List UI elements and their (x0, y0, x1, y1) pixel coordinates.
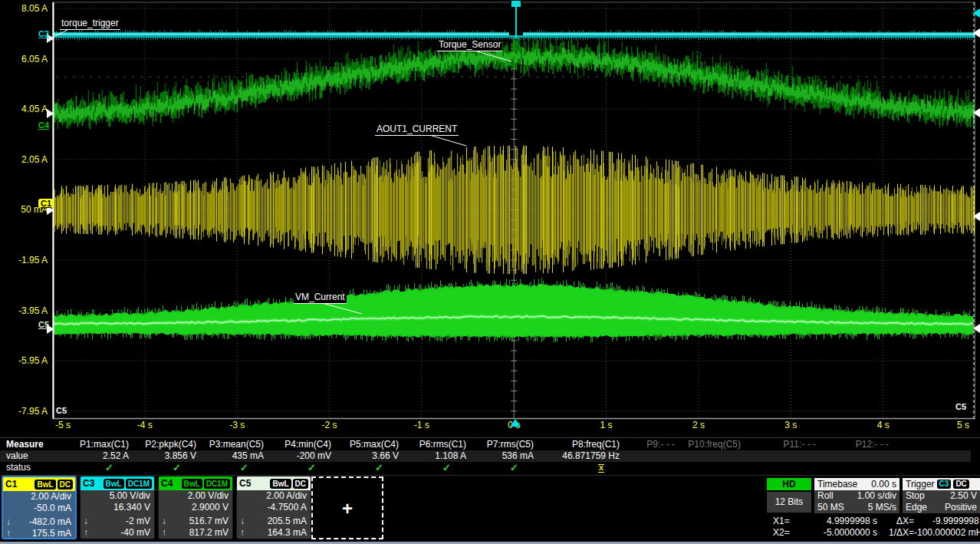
measure-param-label[interactable]: P1:max(C1) (67, 438, 135, 450)
measure-status: ✓ (337, 462, 405, 474)
channel-max: 817.2 mV (189, 527, 229, 538)
trigger-coupling-badge: DC (953, 480, 968, 489)
measure-param-label[interactable]: P6:rms(C1) (405, 438, 472, 450)
measure-param-label[interactable]: P2:pkpk(C4) (135, 438, 202, 450)
measure-column-p6[interactable]: P6:rms(C1)1.108 A✓ (405, 438, 472, 474)
channel-max-row: ↑-40 mV (81, 527, 154, 539)
channel-box-c1[interactable]: C1BwLDC2.00 A/div-50.0 mA↓-482.0 mA↑175.… (2, 476, 77, 539)
y-tick-label: 4.05 A (0, 104, 48, 114)
measure-column-p2[interactable]: P2:pkpk(C4)3.856 V✓ (135, 438, 202, 474)
bottom-bar: C1BwLDC2.00 A/div-50.0 mA↓-482.0 mA↑175.… (0, 475, 980, 542)
measure-value (626, 450, 681, 462)
measure-title: Measure (0, 438, 67, 450)
measure-column-p12[interactable]: P12:- - - (822, 438, 895, 474)
channel-min-row: ↓-2 mV (81, 516, 154, 527)
y-tick-label: -5.95 A (0, 355, 48, 366)
add-channel-box[interactable]: + (311, 476, 383, 539)
check-icon: ✓ (105, 462, 113, 473)
measure-param-label[interactable]: P11:- - - (747, 438, 822, 450)
measure-param-label[interactable]: P12:- - - (822, 438, 895, 450)
measure-value (747, 450, 822, 462)
measure-column-p8[interactable]: P8:freq(C1)46.871759 HzX (540, 438, 626, 474)
timebase-rate: 5 MS/s (868, 502, 896, 513)
channel-min: 516.7 mV (189, 516, 229, 526)
hd-mode-box[interactable]: HD 12 Bits (767, 478, 811, 513)
x-tick-label: -1 s (399, 420, 445, 430)
measure-column-p1[interactable]: P1:max(C1)2.52 A✓ (67, 438, 135, 474)
measure-value (822, 450, 895, 462)
measure-status-row-label: status (0, 462, 67, 474)
x-tick-label: -5 s (40, 420, 86, 430)
trigger-time-marker[interactable] (510, 419, 521, 427)
channel-box-c4[interactable]: C4BwLDC1M2.00 V/div2.9000 V↓516.7 mV↑817… (158, 476, 233, 539)
channel-min-row: ↓205.5 mA (237, 516, 311, 527)
channel-offset: -4.7500 A (237, 502, 311, 513)
measure-table: Measure value status P1:max(C1)2.52 A✓P2… (0, 437, 980, 475)
measure-status: X (540, 462, 626, 474)
channel-id: C3 (83, 478, 94, 489)
measure-column-p7[interactable]: P7:rms(C5)536 mA✓ (472, 438, 540, 474)
acquisition-cluster: HD 12 Bits Timebase 0.00 s Roll 1.00 s/d… (767, 476, 980, 542)
channel-scale: 2.00 A/div (237, 490, 311, 502)
x-tick-label: -2 s (307, 420, 353, 430)
channel-box-body: 5.00 V/div16.340 V↓-2 mV↑-40 mV (81, 490, 154, 539)
channel-box-header: C5BwLDC (237, 476, 311, 490)
measure-column-p9[interactable]: P9:- - - (626, 438, 681, 474)
measure-row-labels: Measure value status (0, 438, 67, 474)
hourglass-icon: X (598, 464, 604, 473)
channel-min: 205.5 mA (268, 516, 307, 526)
x1-value: 4.9999998 s (799, 516, 877, 527)
channel-box-c3[interactable]: C3BwLDC1M5.00 V/div16.340 V↓-2 mV↑-40 mV (80, 476, 155, 539)
measure-column-p5[interactable]: P5:max(C4)3.66 V✓ (337, 438, 405, 474)
arrow-down-icon: ↓ (162, 516, 166, 527)
trace-label-torque_trigger[interactable]: torque_trigger (60, 18, 120, 30)
channel-level-marker-c4[interactable]: C4 (38, 120, 49, 130)
channel-max: 175.5 mA (32, 528, 71, 539)
dx-label: ΔX= (877, 516, 914, 527)
trace-label-aout1_current[interactable]: AOUT1_CURRENT (375, 124, 459, 136)
channel-min-row: ↓-482.0 mA (3, 516, 75, 528)
measure-status (626, 462, 681, 474)
arrow-down-icon: ↓ (6, 516, 11, 528)
measure-param-label[interactable]: P7:rms(C5) (472, 438, 540, 450)
channel-level-marker-c3[interactable]: C3 (38, 29, 49, 38)
measure-param-label[interactable]: P4:min(C4) (270, 438, 337, 450)
measure-param-label[interactable]: P9:- - - (626, 438, 681, 450)
channel-box-header: C3BwLDC1M (81, 476, 154, 490)
channel-id: C5 (239, 478, 251, 489)
channel-badge-dc: DC (293, 479, 308, 489)
trace-label-torque_sensor[interactable]: Torque_Sensor (437, 40, 502, 51)
measure-param-label[interactable]: P5:max(C4) (337, 438, 405, 450)
channel-min-row: ↓516.7 mV (159, 516, 232, 527)
measure-column-p4[interactable]: P4:min(C4)-200 mV✓ (270, 438, 337, 474)
channel-box-c5[interactable]: C5BwLDC2.00 A/div-4.7500 A↓205.5 mA↑164.… (236, 476, 311, 539)
arrow-up-icon: ↑ (162, 527, 166, 539)
measure-value: 1.108 A (405, 450, 472, 462)
measure-column-p3[interactable]: P3:mean(C5)435 mA✓ (202, 438, 270, 474)
measure-status (822, 462, 895, 474)
plus-icon: + (313, 498, 382, 519)
measure-column-p10[interactable]: P10:freq(C5) (681, 438, 747, 474)
trigger-box[interactable]: Trigger C3 DC Stop 2.50 V Edge Positive (903, 478, 980, 513)
channel-box-header: C4BwLDC1M (159, 476, 232, 490)
measure-column-p11[interactable]: P11:- - - (747, 438, 822, 474)
measure-param-label[interactable]: P8:freq(C1) (540, 438, 626, 450)
invdx-value: -100.000002 mHz (914, 527, 980, 539)
channel-level-marker-c5[interactable]: C5 (38, 320, 49, 329)
trigger-source-badge: C3 (937, 480, 952, 489)
measure-param-label[interactable]: P3:mean(C5) (202, 438, 270, 450)
y-tick-label: 2.05 A (0, 154, 48, 165)
measure-param-label[interactable]: P10:freq(C5) (681, 438, 747, 450)
timebase-box[interactable]: Timebase 0.00 s Roll 1.00 s/div 50 MS 5 … (814, 478, 899, 513)
check-icon: ✓ (510, 462, 518, 473)
trigger-slope: Positive (945, 502, 977, 513)
channel-level-marker-c1[interactable]: C1 (38, 199, 54, 208)
x-tick-label: 3 s (768, 420, 814, 430)
measure-value: 2.52 A (67, 450, 135, 462)
channel-box-body: 2.00 A/div-50.0 mA↓-482.0 mA↑175.5 mA (3, 491, 75, 539)
waveform-plot[interactable]: 8.05 A6.05 A4.05 A2.05 A50 mA-1.95 A-3.9… (0, 0, 980, 436)
oscilloscope-screen: 8.05 A6.05 A4.05 A2.05 A50 mA-1.95 A-3.9… (0, 0, 980, 544)
x-tick-label: 5 s (940, 420, 980, 430)
trace-label-vm_current[interactable]: VM_Current (294, 292, 347, 304)
arrow-down-icon: ↓ (240, 516, 245, 527)
